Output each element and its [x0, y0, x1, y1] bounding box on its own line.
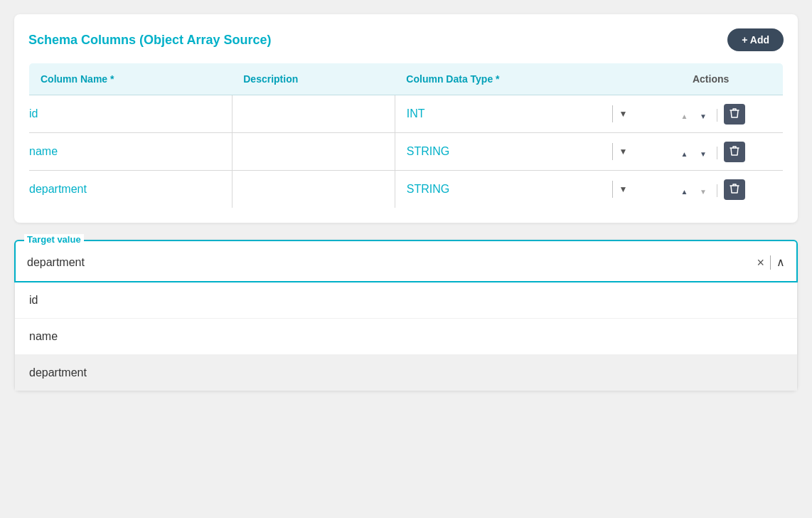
- move-down-button[interactable]: [695, 183, 711, 199]
- target-value-section: Target value department × ∧ idnamedepart…: [14, 240, 798, 391]
- col-desc-cell: [232, 95, 395, 133]
- type-value: INT: [407, 107, 607, 120]
- type-dropdown-chevron[interactable]: ▼: [619, 184, 627, 194]
- delete-row-button[interactable]: [724, 142, 745, 162]
- col-type-cell: STRING ▼: [395, 171, 639, 208]
- type-dropdown-chevron[interactable]: ▼: [619, 109, 627, 119]
- type-divider: [612, 105, 613, 122]
- col-desc-cell: [232, 133, 395, 171]
- type-value: STRING: [407, 183, 607, 196]
- target-value-text: department: [27, 256, 757, 269]
- type-divider: [612, 181, 613, 198]
- type-value: STRING: [407, 145, 607, 158]
- schema-section: Schema Columns (Object Array Source) + A…: [14, 14, 798, 223]
- collapse-button[interactable]: ∧: [776, 257, 785, 268]
- col-header-actions: Actions: [639, 63, 783, 95]
- table-row: name STRING ▼: [29, 133, 784, 171]
- col-header-datatype: Column Data Type *: [395, 63, 639, 95]
- col-name-cell: department: [29, 171, 233, 208]
- dropdown-list: idnamedepartment: [14, 282, 798, 391]
- schema-table: Column Name * Description Column Data Ty…: [28, 63, 784, 208]
- move-up-button[interactable]: [677, 107, 693, 124]
- dropdown-item[interactable]: department: [15, 355, 797, 391]
- target-actions: × ∧: [757, 255, 785, 270]
- table-row: department STRING ▼: [29, 171, 784, 208]
- clear-button[interactable]: ×: [757, 256, 764, 269]
- move-down-button[interactable]: [695, 145, 711, 162]
- col-name-cell: name: [29, 133, 233, 171]
- dropdown-item[interactable]: id: [15, 282, 797, 319]
- target-value-label: Target value: [24, 234, 84, 245]
- target-input-row: department × ∧: [27, 255, 785, 270]
- move-up-button[interactable]: [677, 183, 693, 199]
- main-container: Schema Columns (Object Array Source) + A…: [14, 14, 798, 391]
- col-header-name: Column Name *: [29, 63, 233, 95]
- col-type-cell: INT ▼: [395, 95, 639, 133]
- actions-cell: [639, 95, 783, 133]
- action-divider: [717, 109, 717, 122]
- col-desc-cell: [232, 171, 395, 208]
- col-header-description: Description: [232, 63, 395, 95]
- target-value-container: Target value department × ∧: [14, 240, 798, 282]
- type-dropdown-chevron[interactable]: ▼: [619, 147, 627, 157]
- action-divider: [717, 147, 717, 159]
- col-type-cell: STRING ▼: [395, 133, 639, 171]
- dropdown-item[interactable]: name: [15, 319, 797, 355]
- delete-row-button[interactable]: [724, 104, 745, 125]
- schema-header: Schema Columns (Object Array Source) + A…: [28, 28, 784, 51]
- table-row: id INT ▼: [29, 95, 784, 133]
- schema-title: Schema Columns (Object Array Source): [28, 33, 271, 48]
- type-divider: [612, 143, 613, 160]
- delete-row-button[interactable]: [724, 179, 745, 200]
- col-name-cell: id: [29, 95, 233, 133]
- actions-cell: [639, 133, 783, 171]
- move-down-button[interactable]: [695, 107, 711, 124]
- actions-cell: [639, 171, 783, 208]
- target-divider: [770, 255, 771, 270]
- move-up-button[interactable]: [677, 145, 693, 162]
- add-button[interactable]: + Add: [727, 28, 784, 51]
- action-divider: [717, 184, 717, 197]
